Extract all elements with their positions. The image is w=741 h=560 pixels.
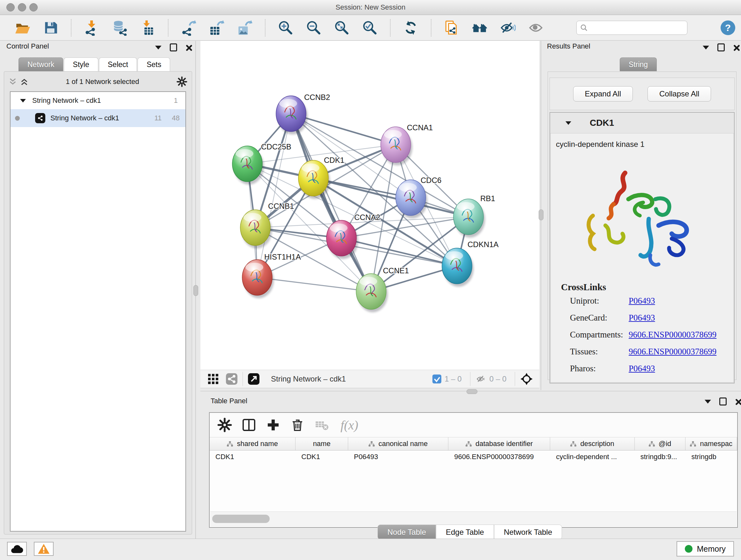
network-view-canvas[interactable]: CCNB2CCNA1CDC25BCDK1CDC6RB1CCNB1CCNA2CDK…: [200, 41, 539, 370]
network-edge[interactable]: [291, 114, 371, 292]
expand-all-button[interactable]: Expand All: [573, 86, 633, 102]
zoom-in-button[interactable]: [278, 19, 293, 36]
tab-select[interactable]: Select: [99, 57, 137, 71]
column-database-identifier[interactable]: database identifier: [448, 437, 550, 450]
tab-network[interactable]: Network: [18, 57, 63, 71]
table-settings-button[interactable]: [217, 417, 232, 433]
panel-menu-icon[interactable]: [155, 46, 161, 50]
eye-slash-icon: [500, 20, 516, 36]
apply-function-button[interactable]: f(x): [340, 418, 358, 433]
delete-column-button[interactable]: [290, 417, 306, 433]
network-node-CCNA1[interactable]: [381, 127, 412, 165]
column-shared-name[interactable]: shared name: [210, 437, 295, 450]
warnings-button[interactable]: [34, 542, 54, 556]
save-session-button[interactable]: [43, 19, 59, 36]
horizontal-scrollbar[interactable]: [210, 511, 737, 526]
show-columns-button[interactable]: [242, 417, 257, 433]
close-panel-icon[interactable]: [185, 44, 192, 51]
column-name[interactable]: name: [295, 437, 348, 450]
cloud-status-button[interactable]: [7, 542, 27, 556]
panel-menu-icon[interactable]: [703, 46, 709, 50]
zoom-out-button[interactable]: [306, 19, 322, 36]
scrollbar-thumb[interactable]: [212, 515, 270, 523]
open-session-button[interactable]: [15, 19, 30, 36]
search-input[interactable]: [588, 23, 676, 32]
gear-icon[interactable]: [177, 76, 187, 87]
crosslink-value[interactable]: 9606.ENSP00000378699: [629, 330, 717, 340]
close-panel-icon[interactable]: [735, 398, 741, 405]
float-panel-icon[interactable]: [719, 397, 727, 406]
column-namespac[interactable]: namespac: [685, 437, 737, 450]
network-node-CDC25B[interactable]: [232, 146, 264, 185]
export-image-button[interactable]: [237, 19, 253, 36]
collection-expand-icon[interactable]: [20, 99, 26, 103]
zoom-fit-button[interactable]: [334, 19, 350, 36]
plus-icon: [266, 418, 280, 432]
column-description[interactable]: description: [550, 437, 634, 450]
close-panel-icon[interactable]: [733, 44, 739, 51]
show-all-button[interactable]: [528, 19, 544, 36]
tab-edge-table[interactable]: Edge Table: [436, 524, 494, 540]
window-minimize-button[interactable]: [18, 3, 26, 11]
network-edge[interactable]: [341, 238, 457, 266]
float-panel-icon[interactable]: [170, 44, 177, 51]
delete-table-button[interactable]: [314, 417, 330, 433]
crosslink-value[interactable]: P06493: [629, 296, 655, 306]
tab-sets[interactable]: Sets: [138, 57, 170, 71]
crosshair-icon[interactable]: [520, 373, 533, 385]
import-table-icon: [140, 20, 156, 36]
network-edge[interactable]: [257, 277, 371, 292]
copy-network-button[interactable]: [444, 19, 460, 36]
tab-network-table[interactable]: Network Table: [494, 524, 562, 540]
tab-style[interactable]: Style: [64, 57, 98, 71]
add-column-button[interactable]: [266, 417, 281, 433]
tab-string[interactable]: String: [620, 57, 657, 71]
network-node-CCNE1[interactable]: [356, 273, 388, 312]
collapse-section-icon[interactable]: [565, 121, 571, 125]
horizontal-splitter-handle[interactable]: [467, 389, 477, 394]
network-row[interactable]: String Network – cdk1 11 48: [10, 109, 185, 127]
network-node-CDK1[interactable]: [298, 160, 330, 199]
left-splitter-handle[interactable]: [193, 285, 198, 296]
collapse-all-tree-icon[interactable]: [20, 78, 28, 85]
share-network-icon[interactable]: [226, 373, 238, 385]
network-node-CCNB1[interactable]: [240, 210, 272, 248]
expand-all-tree-icon[interactable]: [9, 78, 17, 85]
help-button[interactable]: ?: [721, 20, 735, 35]
network-node-RB1[interactable]: [454, 199, 485, 238]
selected-checkbox-icon[interactable]: [432, 374, 441, 383]
network-graph[interactable]: CCNB2CCNA1CDC25BCDK1CDC6RB1CCNB1CCNA2CDK…: [200, 41, 539, 370]
tab-node-table[interactable]: Node Table: [378, 524, 436, 540]
column--id[interactable]: @id: [635, 437, 686, 450]
network-node-CDKN1A[interactable]: [442, 248, 474, 287]
network-collection-row[interactable]: String Network – cdk1 1: [10, 92, 185, 109]
crosslink-value[interactable]: P06493: [629, 313, 655, 323]
window-close-button[interactable]: [6, 3, 15, 11]
memory-button[interactable]: Memory: [677, 541, 734, 557]
hide-selected-button[interactable]: [500, 19, 516, 36]
zoom-selected-button[interactable]: [362, 19, 378, 36]
external-link-icon[interactable]: [248, 373, 259, 385]
export-network-button[interactable]: [181, 19, 197, 36]
network-node-HIST1H1A[interactable]: [242, 260, 274, 298]
window-zoom-button[interactable]: [29, 3, 38, 11]
table-row[interactable]: CDK1CDK1P064939606.ENSP00000378699cyclin…: [210, 450, 737, 463]
import-table-button[interactable]: [140, 19, 156, 36]
home-button[interactable]: [472, 19, 488, 36]
export-table-button[interactable]: [209, 19, 225, 36]
network-node-CCNB2[interactable]: [276, 96, 308, 134]
column-canonical-name[interactable]: canonical name: [348, 437, 448, 450]
import-network-file-button[interactable]: [84, 19, 99, 36]
birdseye-grid-icon[interactable]: [207, 373, 219, 385]
panel-menu-icon[interactable]: [704, 400, 711, 403]
protein-card-header[interactable]: CDK1: [550, 113, 734, 133]
toolbar-separator: [390, 19, 391, 37]
collapse-all-button[interactable]: Collapse All: [648, 86, 711, 102]
refresh-layout-button[interactable]: [403, 19, 419, 36]
network-node-CDC6[interactable]: [396, 180, 427, 219]
import-network-database-button[interactable]: [112, 19, 128, 36]
network-node-CCNA2[interactable]: [327, 220, 358, 259]
crosslink-value[interactable]: 9606.ENSP00000378699: [629, 347, 717, 357]
crosslink-value[interactable]: P06493: [629, 364, 655, 374]
float-panel-icon[interactable]: [718, 44, 725, 51]
